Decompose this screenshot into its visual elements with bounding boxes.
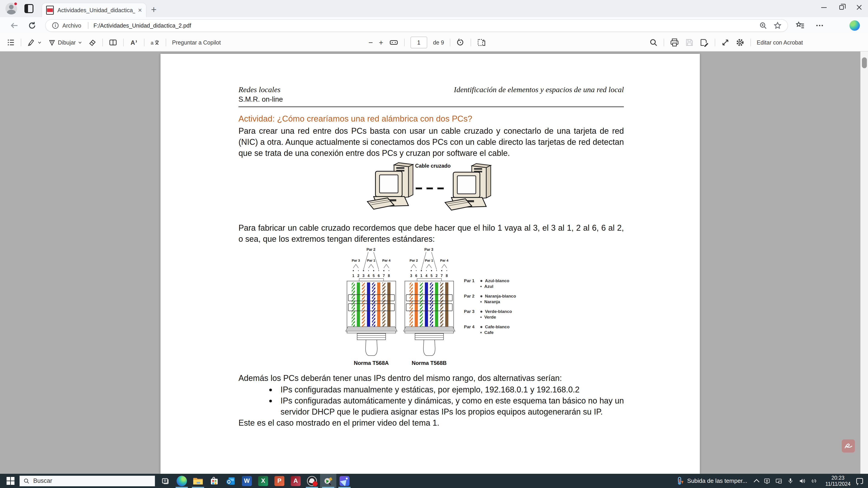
speaker-icon[interactable] xyxy=(799,478,806,484)
doc-header-sub: S.M.R. on-line xyxy=(239,95,624,103)
acrobat-overlay-button[interactable] xyxy=(842,440,855,453)
taskbar-file-explorer[interactable] xyxy=(190,474,206,488)
translate-icon[interactable]: a xyxy=(150,38,160,47)
copilot-icon[interactable] xyxy=(849,20,860,31)
pdf-content-area: Redes locales Identificación de elemento… xyxy=(0,52,868,474)
favorites-bar-icon[interactable] xyxy=(796,21,805,30)
print-icon[interactable] xyxy=(670,38,679,47)
pc-right xyxy=(445,164,491,210)
settings-more-icon[interactable] xyxy=(815,21,824,30)
activity-title: Actividad: ¿Cómo crearíamos una red alám… xyxy=(239,114,624,124)
eraser-icon[interactable] xyxy=(88,38,96,46)
taskbar-excel[interactable]: X xyxy=(255,474,271,488)
svg-text:2: 2 xyxy=(358,274,360,278)
ask-copilot-button[interactable]: Preguntar a Copilot xyxy=(172,39,221,46)
scrollbar-thumb[interactable] xyxy=(862,57,867,68)
gear-icon[interactable] xyxy=(736,38,745,47)
page-number-input[interactable] xyxy=(410,37,427,48)
link-hook-icon[interactable] xyxy=(811,478,817,484)
svg-text:Par 4: Par 4 xyxy=(440,258,448,262)
task-view-button[interactable] xyxy=(157,474,174,488)
back-icon[interactable] xyxy=(10,21,19,30)
pdf-page: Redes locales Identificación de elemento… xyxy=(160,54,700,474)
minimize-button[interactable] xyxy=(815,0,833,15)
svg-text:a: a xyxy=(151,40,154,46)
search-icon xyxy=(23,478,30,484)
zoom-out-icon[interactable]: − xyxy=(368,39,373,46)
search-placeholder: Buscar xyxy=(33,477,52,484)
doc-header-left: Redes locales xyxy=(239,86,281,94)
obs-recording-icon xyxy=(307,476,317,486)
taskbar-search[interactable]: Buscar xyxy=(20,476,155,486)
system-tray xyxy=(764,478,817,484)
cast-screen-icon[interactable] xyxy=(775,478,782,484)
tray-chevron-up-icon[interactable] xyxy=(754,479,759,485)
svg-text:1: 1 xyxy=(352,274,354,278)
highlight-button[interactable] xyxy=(27,38,42,46)
workspaces-icon[interactable] xyxy=(24,4,33,13)
url-scheme-label: Archivo xyxy=(62,22,81,29)
draw-pen-icon xyxy=(48,38,56,46)
powerpoint-icon: P xyxy=(274,476,284,486)
taskbar-obs[interactable] xyxy=(304,474,320,488)
edit-acrobat-button[interactable]: Editar con Acrobat xyxy=(757,39,803,46)
page-layout-icon[interactable] xyxy=(477,38,486,47)
weather-widget[interactable]: Subida de las temper... xyxy=(676,477,747,485)
taskbar-powerpoint[interactable]: P xyxy=(271,474,287,488)
device-tray-icon[interactable] xyxy=(764,478,770,484)
notification-center-icon[interactable] xyxy=(856,478,863,484)
zoom-in-icon[interactable]: + xyxy=(379,39,383,46)
taskbar-photos[interactable] xyxy=(336,474,352,488)
rotate-icon[interactable] xyxy=(456,38,465,47)
fit-width-icon[interactable] xyxy=(389,38,398,47)
taskbar-word[interactable]: W xyxy=(239,474,255,488)
svg-text:A: A xyxy=(131,39,135,46)
new-tab-button[interactable]: + xyxy=(151,5,157,14)
rj45-connector-t568a: Par 2Par 3Par 1Par 412345678Norma T568A xyxy=(344,247,399,366)
refresh-icon[interactable] xyxy=(28,21,37,30)
two-page-view-icon[interactable] xyxy=(109,38,117,47)
tab-active[interactable]: Actividades_Unidad_didactica_2.p × xyxy=(42,3,146,17)
url-divider xyxy=(88,22,88,29)
microphone-icon[interactable] xyxy=(787,478,794,484)
tab-title: Actividades_Unidad_didactica_2.p xyxy=(57,7,135,13)
taskbar-screen-recorder-active[interactable] xyxy=(320,474,336,488)
favorite-star-icon[interactable] xyxy=(774,22,782,30)
doc-divider xyxy=(239,106,624,107)
excel-icon: X xyxy=(258,476,268,486)
svg-text:Par 4: Par 4 xyxy=(382,258,391,262)
clock-time: 20:23 xyxy=(822,475,854,481)
draw-button[interactable]: Dibujar xyxy=(48,38,83,46)
svg-text:3: 3 xyxy=(410,274,412,278)
start-button[interactable] xyxy=(4,477,16,485)
wiring-diagram: Par 2Par 3Par 1Par 412345678Norma T568A … xyxy=(239,247,624,366)
restore-button[interactable] xyxy=(833,0,850,15)
profile-button[interactable] xyxy=(5,3,17,14)
save-icon-disabled xyxy=(685,38,694,47)
address-bar[interactable]: Archivo F:/Actividades_Unidad_didactica_… xyxy=(45,19,788,32)
profile-notification-dot xyxy=(13,2,18,6)
closing-line: Este es el caso mostrado en el primer vi… xyxy=(239,417,624,428)
search-document-icon[interactable] xyxy=(649,38,658,47)
info-icon[interactable] xyxy=(52,22,59,29)
taskbar-access[interactable]: A xyxy=(287,474,304,488)
temperature-icon xyxy=(676,477,684,485)
photos-icon xyxy=(340,476,349,486)
close-button[interactable] xyxy=(850,0,868,15)
taskbar-store[interactable] xyxy=(206,474,222,488)
read-aloud-icon[interactable]: A xyxy=(129,38,138,47)
svg-text:Par 3: Par 3 xyxy=(351,258,360,262)
save-as-icon[interactable] xyxy=(700,38,709,47)
taskbar-clock[interactable]: 20:23 11/11/2024 xyxy=(822,475,854,487)
taskbar-edge[interactable] xyxy=(174,474,190,488)
url-text: F:/Actividades_Unidad_didactica_2.pdf xyxy=(93,22,759,29)
taskbar-outlook[interactable] xyxy=(222,474,239,488)
fullscreen-icon[interactable] xyxy=(721,38,730,47)
connector-caption: Norma T568B xyxy=(402,360,456,366)
tab-close-icon[interactable]: × xyxy=(138,7,142,13)
connector-caption: Norma T568A xyxy=(344,360,399,366)
toc-icon[interactable] xyxy=(7,38,15,46)
scrollbar-track[interactable] xyxy=(860,52,868,474)
zoom-page-icon[interactable] xyxy=(759,22,767,30)
access-icon: A xyxy=(291,476,301,486)
